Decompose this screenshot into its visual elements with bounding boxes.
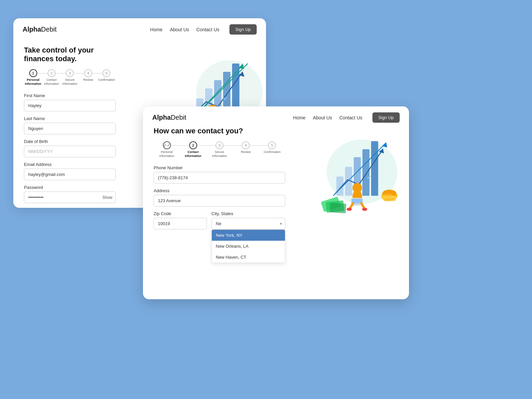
email-group: Email Address <box>24 162 116 180</box>
show-password-btn[interactable]: Show <box>102 195 112 200</box>
card-front-inner: How can we contact you? ✓ PersonalInform… <box>143 127 409 299</box>
step-2-back: 2 ContactInformation <box>42 69 61 86</box>
nav-signup-front[interactable]: Sign Up <box>372 112 400 123</box>
step-1-back: 1 PersonalInformation <box>24 69 42 86</box>
nav-home-back[interactable]: Home <box>150 27 163 32</box>
last-name-group: Last Name <box>24 116 116 134</box>
city-dropdown-list: New York, NY New Orleans, LA New Haven, … <box>211 229 285 263</box>
city-input[interactable] <box>211 218 285 229</box>
step-3-front: 3 SecureInformation <box>206 141 232 158</box>
logo-bold-front: Alpha <box>152 114 171 121</box>
step-4-back: 4 Review <box>79 69 97 82</box>
first-name-label: First Name <box>24 93 116 98</box>
email-input[interactable] <box>24 169 116 180</box>
last-name-input[interactable] <box>24 123 116 134</box>
step-circle-2-back: 2 <box>48 69 56 77</box>
address-group: Address <box>154 188 285 206</box>
nav-about-back[interactable]: About Us <box>170 27 189 32</box>
nav-front: AlphaDebit Home About Us Contact Us Sign… <box>143 106 409 127</box>
city-dropdown-wrapper: ▾ New York, NY New Orleans, LA New Haven… <box>211 218 285 229</box>
logo-light-back: Debit <box>41 26 57 33</box>
step-5-front: 5 Confirmation <box>259 141 285 154</box>
nav-links-front: Home About Us Contact Us Sign Up <box>293 112 400 123</box>
zip-group: Zip Code <box>154 211 207 229</box>
step-label-2-front: ContactInformation <box>185 150 201 158</box>
zip-input[interactable] <box>154 218 207 229</box>
card-front-left: How can we contact you? ✓ PersonalInform… <box>143 127 296 299</box>
dob-label: Date of Birth <box>24 139 116 144</box>
password-label: Password <box>24 185 116 190</box>
city-group: City, States ▾ New York, NY New Orleans,… <box>211 211 285 229</box>
step-circle-5-front: 5 <box>268 141 276 149</box>
address-input[interactable] <box>154 195 285 206</box>
nav-back: AlphaDebit Home About Us Contact Us Sign… <box>13 18 266 39</box>
step-label-4-back: Review <box>83 78 93 82</box>
stepper-back: 1 PersonalInformation 2 ContactInformati… <box>24 69 116 86</box>
card-front-title: How can we contact you? <box>154 127 285 135</box>
step-circle-5-back: 5 <box>102 69 110 77</box>
email-label: Email Address <box>24 162 116 167</box>
step-circle-3-back: 3 <box>66 69 74 77</box>
step-label-5-back: Confirmation <box>98 78 115 82</box>
last-name-label: Last Name <box>24 116 116 121</box>
step-label-1-front: PersonalInformation <box>159 150 174 158</box>
step-1-front: ✓ PersonalInformation <box>154 141 180 158</box>
card-back-left: Take control of your finances today. 1 P… <box>13 39 126 207</box>
dob-input[interactable] <box>24 146 116 157</box>
svg-line-45 <box>350 203 353 208</box>
step-label-3-back: SecureInformation <box>62 78 77 86</box>
nav-signup-back[interactable]: Sign Up <box>229 24 257 35</box>
first-name-group: First Name <box>24 93 116 111</box>
password-group: Password Show <box>24 185 116 203</box>
step-label-4-front: Review <box>241 150 251 154</box>
address-label: Address <box>154 188 285 193</box>
stepper-front: ✓ PersonalInformation 2 ContactInformati… <box>154 141 285 158</box>
nav-contact-front[interactable]: Contact Us <box>339 115 362 120</box>
password-input[interactable] <box>24 192 116 203</box>
dropdown-item-1[interactable]: New York, NY <box>212 230 285 241</box>
step-4-front: 4 Review <box>233 141 259 154</box>
phone-label: Phone Number <box>154 165 285 170</box>
card-back-title: Take control of your finances today. <box>24 46 116 63</box>
nav-contact-back[interactable]: Contact Us <box>197 27 219 32</box>
phone-input[interactable] <box>154 172 285 184</box>
step-3-back: 3 SecureInformation <box>61 69 79 86</box>
svg-rect-39 <box>330 202 346 213</box>
card-back-body: Take control of your finances today. 1 P… <box>13 39 126 208</box>
step-circle-1-back: 1 <box>29 69 37 77</box>
logo-back: AlphaDebit <box>23 26 150 33</box>
svg-rect-27 <box>362 149 369 196</box>
step-2-front: 2 ContactInformation <box>180 141 206 158</box>
zip-label: Zip Code <box>154 211 207 216</box>
card-contact-info: AlphaDebit Home About Us Contact Us Sign… <box>143 106 409 299</box>
password-wrapper: Show <box>24 192 116 203</box>
card-front-right: No hidden fee. No annual fee. <box>296 127 409 299</box>
dropdown-item-3[interactable]: New Haven, CT <box>212 252 285 263</box>
phone-group: Phone Number <box>154 165 285 184</box>
svg-rect-36 <box>384 198 396 201</box>
svg-rect-28 <box>371 141 378 196</box>
svg-point-47 <box>347 208 352 211</box>
first-name-input[interactable] <box>24 100 116 111</box>
dropdown-item-2[interactable]: New Orleans, LA <box>212 241 285 252</box>
zip-city-row: Zip Code City, States ▾ New York, NY New… <box>154 211 285 234</box>
nav-home-front[interactable]: Home <box>293 115 306 120</box>
step-5-back: 5 Confirmation <box>97 69 116 82</box>
step-circle-1-front: ✓ <box>163 141 171 149</box>
step-circle-4-front: 4 <box>242 141 250 149</box>
step-label-1-back: PersonalInformation <box>25 78 42 86</box>
step-label-5-front: Confirmation <box>264 150 281 154</box>
logo-front: AlphaDebit <box>152 114 293 121</box>
step-circle-4-back: 4 <box>84 69 92 77</box>
nav-links-back: Home About Us Contact Us Sign Up <box>150 24 257 35</box>
nav-about-front[interactable]: About Us <box>313 115 332 120</box>
step-label-3-front: SecureInformation <box>212 150 227 158</box>
illustration-front-svg <box>296 127 409 223</box>
step-circle-2-front: 2 <box>189 141 197 149</box>
city-label: City, States <box>211 211 285 216</box>
step-label-2-back: ContactInformation <box>44 78 59 86</box>
logo-light-front: Debit <box>171 114 187 121</box>
logo-bold-back: Alpha <box>23 26 41 33</box>
step-circle-3-front: 3 <box>215 141 223 149</box>
dob-group: Date of Birth <box>24 139 116 157</box>
